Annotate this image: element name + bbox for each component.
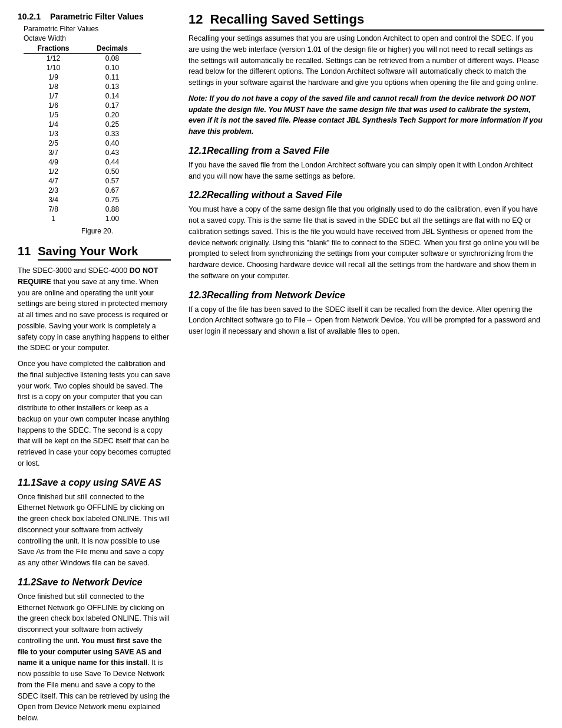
section-121-title: 12.1Recalling from a Saved File [189,146,544,156]
filter-table: Fractions Decimals 1/120.081/100.101/90.… [24,44,141,223]
chapter11-title: Saving Your Work [38,245,171,261]
octave-label: Octave Width [24,34,171,42]
section-112-title: 11.2Save to Network Device [18,577,171,588]
table-row: 1/120.08 [24,54,141,64]
section-1021-number: 10.2.1 [18,12,41,21]
table-row: 1/100.10 [24,63,141,73]
left-column: 10.2.1 Parametric Filter Values Parametr… [18,12,171,728]
page: 10.2.1 Parametric Filter Values Parametr… [0,0,562,728]
fraction-cell: 3/7 [24,148,83,157]
decimal-cell: 0.67 [83,186,141,195]
table-row: 1/90.11 [24,73,141,82]
chapter11-para2: Once you have completed the calibration … [18,358,171,469]
table-row: 2/50.40 [24,139,141,148]
decimal-cell: 0.13 [83,82,141,91]
fraction-cell: 1 [24,214,83,223]
decimal-cell: 0.14 [83,91,141,101]
chapter11-intro: The SDEC-3000 and SDEC-4000 DO NOT REQUI… [18,265,171,354]
content-area: 10.2.1 Parametric Filter Values Parametr… [0,0,562,728]
chapter12-number: 12 [189,12,203,27]
col-decimals: Decimals [83,44,141,54]
fraction-cell: 1/9 [24,73,83,82]
fraction-cell: 4/7 [24,176,83,186]
figure-label: Figure 20. [24,227,171,235]
decimal-cell: 0.75 [83,195,141,205]
table-row: 1/70.14 [24,91,141,101]
chapter12-note: Note: If you do not have a copy of the s… [189,93,544,137]
table-row: 4/90.44 [24,157,141,167]
fraction-cell: 4/9 [24,157,83,167]
table-row: 1/30.33 [24,129,141,139]
chapter12-intro: Recalling your settings assumes that you… [189,33,544,88]
section-121-text: If you have the saved file from the Lond… [189,160,544,182]
table-row: 1/20.50 [24,167,141,176]
decimal-cell: 0.10 [83,63,141,73]
fraction-cell: 2/3 [24,186,83,195]
fraction-cell: 1/8 [24,82,83,91]
decimal-cell: 0.11 [83,73,141,82]
decimal-cell: 0.20 [83,110,141,120]
fraction-cell: 1/12 [24,54,83,64]
decimal-cell: 0.33 [83,129,141,139]
fraction-cell: 1/4 [24,120,83,129]
fraction-cell: 1/5 [24,110,83,120]
section-112-text: Once finished but still connected to the… [18,591,171,724]
chapter12-title: Recalling Saved Settings [210,12,544,31]
section-122-title: 12.2Recalling without a Saved File [189,190,544,200]
section-1021-title: Parametric Filter Values [50,12,144,21]
fraction-cell: 1/7 [24,91,83,101]
table-row: 3/70.43 [24,148,141,157]
section-111-text: Once finished but still connected to the… [18,492,171,569]
table-row: 1/60.17 [24,101,141,110]
decimal-cell: 0.08 [83,54,141,64]
chapter-11: 11 Saving Your Work The SDEC-3000 and SD… [18,245,171,724]
decimal-cell: 0.25 [83,120,141,129]
table-row: 2/30.67 [24,186,141,195]
decimal-cell: 0.43 [83,148,141,157]
decimal-cell: 0.44 [83,157,141,167]
decimal-cell: 0.88 [83,205,141,214]
fraction-cell: 1/6 [24,101,83,110]
decimal-cell: 0.50 [83,167,141,176]
fraction-cell: 1/3 [24,129,83,139]
decimal-cell: 0.40 [83,139,141,148]
table-row: 1/50.20 [24,110,141,120]
section-1021: 10.2.1 Parametric Filter Values Parametr… [18,12,171,235]
table-row: 4/70.57 [24,176,141,186]
section-123-title: 12.3Recalling from Network Device [189,290,544,301]
chapter11-number: 11 [18,245,31,258]
fraction-cell: 3/4 [24,195,83,205]
section-123-text: If a copy of the file has been saved to … [189,304,544,337]
decimal-cell: 1.00 [83,214,141,223]
table-row: 11.00 [24,214,141,223]
fraction-cell: 1/2 [24,167,83,176]
decimal-cell: 0.57 [83,176,141,186]
col-fractions: Fractions [24,44,83,54]
table-label: Parametric Filter Values [24,25,171,33]
section-122-text: You must have a copy of the same design … [189,204,544,281]
decimal-cell: 0.17 [83,101,141,110]
fraction-cell: 2/5 [24,139,83,148]
table-row: 3/40.75 [24,195,141,205]
fraction-cell: 7/8 [24,205,83,214]
fraction-cell: 1/10 [24,63,83,73]
table-row: 1/80.13 [24,82,141,91]
table-row: 1/40.25 [24,120,141,129]
section-111-title: 11.1Save a copy using SAVE AS [18,477,171,488]
table-row: 7/80.88 [24,205,141,214]
right-column: 12 Recalling Saved Settings Recalling yo… [189,12,544,728]
